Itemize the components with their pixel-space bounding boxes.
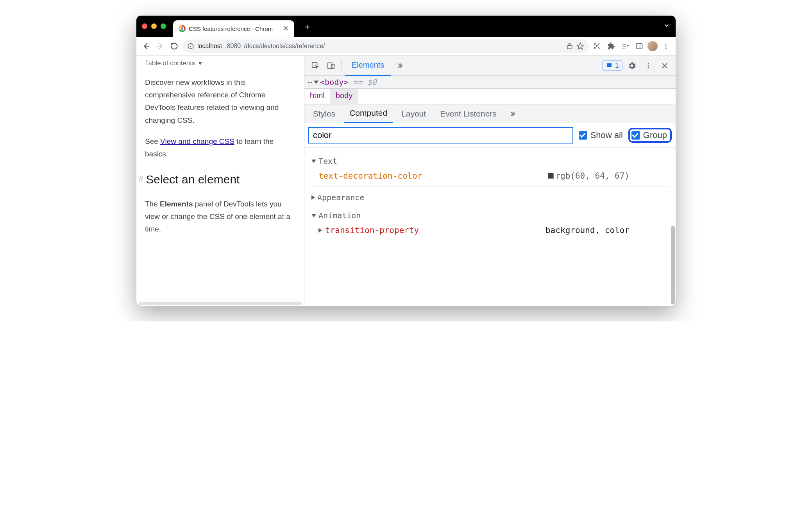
breadcrumb-body[interactable]: body [330,89,358,104]
toc-label: Table of contents [145,58,195,69]
breadcrumb: html body [304,89,676,104]
svg-rect-15 [637,43,642,48]
svg-point-24 [648,65,649,66]
property-value: background, color [546,226,630,235]
subtabs-overflow-button[interactable] [505,107,519,121]
expand-triangle-icon[interactable] [314,81,318,84]
horizontal-scrollbar[interactable] [139,302,302,305]
svg-marker-6 [577,43,584,49]
reload-button[interactable] [168,40,180,52]
computed-properties: Text text-decoration-color rgb(60, 64, 6… [304,148,676,306]
anchor-hash-icon[interactable]: # [139,172,143,186]
page-content: Table of contents ▾ Discover new workflo… [136,56,304,306]
tab-elements[interactable]: Elements [345,56,391,76]
breadcrumb-html[interactable]: html [304,89,330,104]
tabs-overflow-button[interactable] [393,59,407,73]
tab-list-button[interactable] [663,22,670,30]
message-icon [606,62,613,69]
tab-layout[interactable]: Layout [396,104,431,123]
vertical-scrollbar[interactable] [671,226,675,304]
svg-point-8 [594,47,596,49]
chrome-icon [179,25,186,32]
expand-triangle-icon [311,160,316,163]
url-path: /docs/devtools/css/reference/ [244,43,325,50]
svg-line-10 [598,47,600,49]
svg-point-23 [648,63,649,64]
close-devtools-button[interactable] [658,59,672,73]
titlebar: CSS features reference - Chrom ✕ + [136,16,676,37]
maximize-window-button[interactable] [161,23,166,29]
devtools-header: Elements 1 [304,56,676,76]
svg-point-25 [648,67,649,68]
dom-suffix: == $0 [353,77,376,87]
checkbox-icon [631,131,640,140]
svg-line-11 [596,45,597,46]
group-header-animation[interactable]: Animation [311,208,669,222]
tab-styles[interactable]: Styles [308,104,341,123]
inspect-element-button[interactable] [308,59,322,73]
dom-tag: <body> [320,77,348,87]
property-name: transition-property [325,226,419,235]
collapse-triangle-icon [311,195,315,200]
gear-icon [627,61,637,70]
window-controls [142,23,166,29]
view-change-css-link[interactable]: View and change CSS [160,137,234,145]
heading-select-element: # Select an element [145,169,295,189]
share-icon[interactable] [566,43,573,50]
minimize-window-button[interactable] [151,23,157,29]
dom-row[interactable]: ⋯ <body> == $0 [304,76,676,89]
new-tab-button[interactable]: + [301,22,313,32]
bookmark-star-icon[interactable] [576,42,584,50]
device-toolbar-button[interactable] [324,59,338,73]
back-button[interactable] [140,40,152,52]
property-name: text-decoration-color [318,171,422,181]
forward-button[interactable] [154,40,166,52]
url-port: :8080 [225,43,241,50]
profile-avatar[interactable] [647,41,658,51]
group-animation: Animation transition-property background… [311,208,669,240]
issues-count[interactable]: 1 [602,60,622,71]
toc-toggle[interactable]: Table of contents ▾ [145,58,295,69]
browser-window: CSS features reference - Chrom ✕ + local… [136,16,676,306]
expand-triangle-icon[interactable] [318,228,322,233]
checkbox-icon [579,131,587,140]
show-all-checkbox[interactable]: Show all [579,130,623,140]
color-swatch[interactable] [548,173,554,179]
property-row[interactable]: transition-property background, color [311,222,669,240]
group-text: Text text-decoration-color rgb(60, 64, 6… [311,154,669,187]
group-checkbox[interactable]: Group [628,128,672,143]
devtools-panel: Elements 1 [304,56,676,306]
elements-paragraph: The Elements panel of DevTools lets you … [145,198,295,236]
content-area: Table of contents ▾ Discover new workflo… [136,56,676,306]
address-bar[interactable]: localhost:8080/docs/devtools/css/referen… [182,39,589,53]
reading-list-icon[interactable] [619,40,631,52]
group-header-text[interactable]: Text [311,154,669,168]
url-host: localhost [197,43,222,50]
property-value: rgb(60, 64, 67) [548,171,630,181]
nav-toolbar: localhost:8080/docs/devtools/css/referen… [136,37,676,56]
svg-point-7 [594,43,596,45]
extensions-icon[interactable] [605,40,617,52]
filter-row: Show all Group [304,123,676,148]
sidebar-tabs: Styles Computed Layout Event Listeners [304,104,676,123]
svg-point-18 [665,45,667,47]
close-tab-button[interactable]: ✕ [283,24,289,33]
info-icon [187,43,194,50]
tab-title: CSS features reference - Chrom [189,25,280,32]
group-header-appearance[interactable]: Appearance [311,190,669,204]
browser-tab[interactable]: CSS features reference - Chrom ✕ [173,20,294,37]
settings-button[interactable] [625,59,639,73]
browser-menu-button[interactable] [660,40,672,52]
side-panel-icon[interactable] [633,40,645,52]
svg-rect-5 [567,45,572,48]
property-row[interactable]: text-decoration-color rgb(60, 64, 67) [311,168,669,187]
close-window-button[interactable] [142,23,147,29]
scissors-icon[interactable] [591,40,603,52]
see-paragraph: See View and change CSS to learn the bas… [145,135,295,161]
tab-computed[interactable]: Computed [344,104,393,123]
intro-paragraph: Discover new workflows in this comprehen… [145,76,295,127]
svg-point-17 [665,43,667,45]
tab-event-listeners[interactable]: Event Listeners [435,104,502,123]
devtools-menu-button[interactable] [641,59,655,73]
filter-input[interactable] [308,127,573,143]
